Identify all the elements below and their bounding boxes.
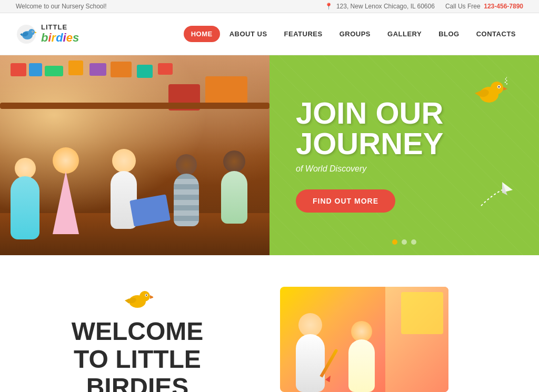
logo[interactable]: LITTLE birdies (16, 24, 79, 45)
welcome-message: Welcome to our Nursery School! (16, 3, 107, 10)
welcome-left: WELCOME TO LITTLE BIRDIES Join Our Journ… (16, 287, 259, 392)
header: LITTLE birdies HOME ABOUT US FEATURES GR… (0, 13, 539, 55)
svg-marker-3 (35, 32, 37, 33)
hero-section: JOIN OUR JOURNEY of World Discovery FIND… (0, 55, 539, 255)
hero-bird-icon (471, 76, 507, 110)
svg-point-21 (146, 295, 147, 296)
nav-item-blog[interactable]: BLOG (431, 26, 467, 42)
svg-marker-10 (503, 87, 507, 91)
svg-marker-14 (475, 91, 480, 96)
logo-birdies: birdies (41, 32, 79, 44)
hero-cta-panel: JOIN OUR JOURNEY of World Discovery FIND… (270, 55, 539, 255)
welcome-image (280, 287, 448, 392)
logo-little: LITTLE (41, 24, 79, 31)
hero-cta-button[interactable]: FIND OUT MORE (296, 189, 395, 213)
hero-paper-plane-icon (476, 179, 513, 213)
location-icon: 📍 (325, 3, 333, 10)
svg-point-18 (139, 291, 150, 301)
welcome-title: WELCOME TO LITTLE BIRDIES (72, 318, 204, 392)
svg-point-9 (491, 82, 503, 94)
svg-point-12 (498, 86, 500, 88)
top-bar-right: 📍 123, New Lenox Chicago, IL 60606 Call … (325, 3, 523, 10)
nav-item-gallery[interactable]: GALLERY (380, 26, 429, 42)
logo-bird-icon (16, 24, 37, 45)
nav-item-about[interactable]: ABOUT US (222, 26, 275, 42)
logo-text: LITTLE birdies (41, 24, 79, 44)
main-nav: HOME ABOUT US FEATURES GROUPS GALLERY BL… (184, 26, 523, 42)
nav-item-groups[interactable]: GROUPS (332, 26, 378, 42)
welcome-bird-icon (122, 287, 153, 313)
nav-item-home[interactable]: HOME (184, 26, 220, 42)
slider-dot-1[interactable] (392, 239, 397, 245)
nav-item-contacts[interactable]: CONTACTS (469, 26, 523, 42)
slider-dots (392, 239, 416, 245)
call-info: Call Us Free 123-456-7890 (445, 3, 523, 10)
hero-subtitle: of World Discovery (296, 164, 366, 174)
svg-marker-23 (125, 298, 129, 304)
slider-dot-2[interactable] (402, 239, 407, 245)
slider-dot-3[interactable] (411, 239, 416, 245)
svg-marker-19 (150, 295, 153, 299)
hero-title: JOIN OUR JOURNEY (296, 98, 443, 159)
svg-point-5 (32, 31, 33, 32)
nav-item-features[interactable]: FEATURES (277, 26, 330, 42)
svg-point-2 (28, 29, 35, 35)
top-bar: Welcome to our Nursery School! 📍 123, Ne… (0, 0, 539, 13)
hero-image (0, 55, 270, 255)
phone-number: 123-456-7890 (484, 3, 523, 10)
welcome-right: We aim to create a learning environment … (280, 287, 523, 392)
welcome-section: WELCOME TO LITTLE BIRDIES Join Our Journ… (0, 255, 539, 392)
address: 📍 123, New Lenox Chicago, IL 60606 (325, 3, 435, 10)
